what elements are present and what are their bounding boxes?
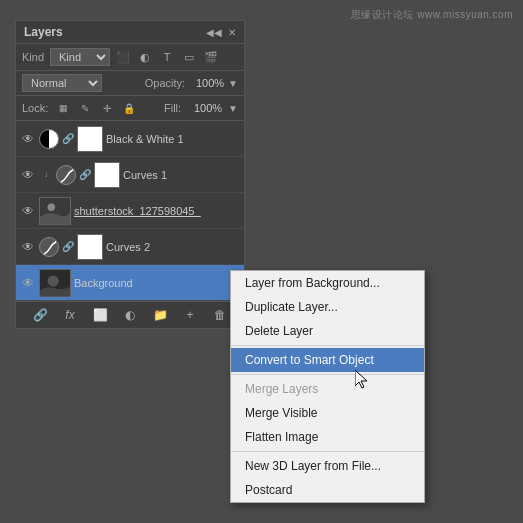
panel-title: Layers [24,25,63,39]
layer-visibility-icon[interactable]: 👁 [20,131,36,147]
layer-visibility-icon[interactable]: 👁 [20,167,36,183]
layer-link-icon[interactable]: 🔗 [79,167,91,183]
layer-mask-thumb [77,126,103,152]
add-mask-btn[interactable]: ⬜ [89,306,111,324]
panel-double-arrow[interactable]: ◀◀ [206,27,222,38]
lock-all-icon[interactable]: 🔒 [120,99,138,117]
kind-row: Kind Kind ⬛ ◐ T ▭ 🎬 [16,44,244,71]
layer-row[interactable]: 👁 🔗 Black & White 1 [16,121,244,157]
menu-item-3d-layer[interactable]: New 3D Layer from File... [231,454,424,478]
link-layers-btn[interactable]: 🔗 [29,306,51,324]
lock-position-icon[interactable]: ✛ [98,99,116,117]
menu-item-postcard[interactable]: Postcard [231,478,424,502]
menu-item-merge-layers: Merge Layers [231,377,424,401]
layer-visibility-icon[interactable]: 👁 [20,275,36,291]
layer-adj-icon [39,129,59,149]
lock-checkerboard-icon[interactable]: ▦ [54,99,72,117]
svg-point-1 [48,203,56,211]
kind-label: Kind [22,51,44,63]
filter-smart-icon[interactable]: 🎬 [202,48,220,66]
opacity-arrow[interactable]: ▼ [228,78,238,89]
layer-name: Black & White 1 [106,133,240,145]
opacity-value: 100% [189,77,224,89]
new-layer-btn[interactable]: + [179,306,201,324]
layer-link-icon[interactable]: 🔗 [62,239,74,255]
context-menu: Layer from Background... Duplicate Layer… [230,270,425,503]
lock-icons: ▦ ✎ ✛ 🔒 [54,99,138,117]
filter-type-icon[interactable]: T [158,48,176,66]
kind-select[interactable]: Kind [50,48,110,66]
menu-item-delete[interactable]: Delete Layer [231,319,424,343]
layer-mask-thumb [77,234,103,260]
layer-bg-thumb [39,269,71,297]
layer-row[interactable]: 👁 🔗 Curves 2 [16,229,244,265]
panel-bottom: 🔗 fx ⬜ ◐ 📁 + 🗑 [16,301,244,328]
lock-brush-icon[interactable]: ✎ [76,99,94,117]
opacity-label: Opacity: [145,77,185,89]
menu-item-layer-from-bg[interactable]: Layer from Background... [231,271,424,295]
menu-item-flatten[interactable]: Flatten Image [231,425,424,449]
bw-circle-icon [39,129,59,149]
layer-name: Background [74,277,225,289]
layer-link-icon[interactable]: 🔗 [62,131,74,147]
filter-adjust-icon[interactable]: ◐ [136,48,154,66]
fill-arrow[interactable]: ▼ [228,103,238,114]
layer-name: Curves 1 [123,169,240,181]
menu-item-convert-smart[interactable]: Convert to Smart Object [231,348,424,372]
clip-arrow-icon: ↓ [39,168,53,182]
adjustment-btn[interactable]: ◐ [119,306,141,324]
folder-btn[interactable]: 📁 [149,306,171,324]
layer-row-background[interactable]: 👁 Background 🔒 [16,265,244,301]
layer-mask-thumb [94,162,120,188]
fill-label: Fill: [164,102,181,114]
layer-visibility-icon[interactable]: 👁 [20,239,36,255]
watermark: 思缘设计论坛 www.missyuan.com [351,8,513,22]
layers-list: 👁 🔗 Black & White 1 👁 ↓ 🔗 Curves 1 [16,121,244,301]
delete-layer-btn[interactable]: 🗑 [209,306,231,324]
lock-label: Lock: [22,102,48,114]
layer-image-thumb [39,197,71,225]
menu-separator [231,374,424,375]
fill-value: 100% [187,102,222,114]
fx-btn[interactable]: fx [59,306,81,324]
layer-adj-icon [39,237,59,257]
layer-name: Curves 2 [106,241,240,253]
filter-shape-icon[interactable]: ▭ [180,48,198,66]
curves-circle-icon [56,165,76,185]
filter-pixel-icon[interactable]: ⬛ [114,48,132,66]
layer-adj-icon [56,165,76,185]
menu-separator [231,345,424,346]
layer-row[interactable]: 👁 shutterstock_127598045_ [16,193,244,229]
panel-header: Layers ◀◀ ✕ [16,21,244,44]
layer-row[interactable]: 👁 ↓ 🔗 Curves 1 [16,157,244,193]
menu-separator [231,451,424,452]
layers-panel: Layers ◀◀ ✕ Kind Kind ⬛ ◐ T ▭ 🎬 Normal O… [15,20,245,329]
layer-name: shutterstock_127598045_ [74,205,240,217]
blend-mode-select[interactable]: Normal [22,74,102,92]
panel-header-controls: ◀◀ ✕ [206,27,236,38]
panel-close-btn[interactable]: ✕ [228,27,236,38]
lock-row: Lock: ▦ ✎ ✛ 🔒 Fill: 100% ▼ [16,96,244,121]
curves-circle-icon [39,237,59,257]
svg-point-3 [48,275,59,286]
layer-visibility-icon[interactable]: 👁 [20,203,36,219]
blend-row: Normal Opacity: 100% ▼ [16,71,244,96]
menu-item-duplicate[interactable]: Duplicate Layer... [231,295,424,319]
menu-item-merge-visible[interactable]: Merge Visible [231,401,424,425]
